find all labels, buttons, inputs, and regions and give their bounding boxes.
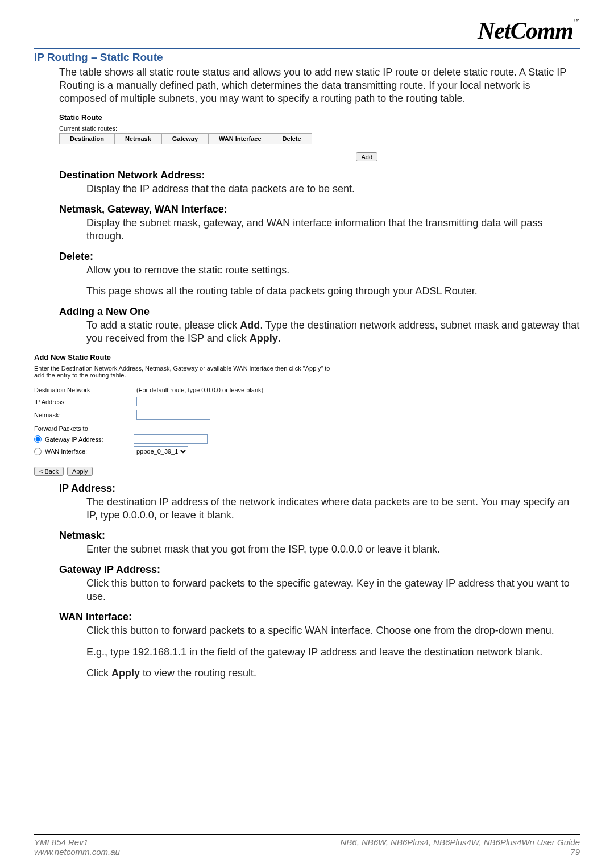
adding-text-a: To add a static route, please click xyxy=(86,319,240,331)
add-route-panel: Add New Static Route Enter the Destinati… xyxy=(34,353,580,476)
adding-add-word: Add xyxy=(240,319,260,331)
body-destination: Display the IP address that the data pac… xyxy=(86,182,580,196)
wan-interface-select[interactable]: pppoe_0_39_1 xyxy=(134,446,188,456)
adding-heading: Adding a New One xyxy=(59,306,580,318)
static-route-panel: Static Route Current static routes: Dest… xyxy=(59,113,580,161)
add-panel-title: Add New Static Route xyxy=(34,353,580,362)
footer-guide: NB6, NB6W, NB6Plus4, NB6Plus4W, NB6Plus4… xyxy=(340,837,580,847)
term-gateway-ip: Gateway IP Address: xyxy=(59,564,580,576)
footer-url: www.netcomm.com.au xyxy=(34,847,120,857)
body-netmask-etc: Display the subnet mask, gateway, and WA… xyxy=(86,217,580,243)
wan-extra2-a: Click xyxy=(86,667,111,679)
footer-left: YML854 Rev1 www.netcomm.com.au xyxy=(34,837,120,857)
header-divider xyxy=(34,48,580,49)
body-netmask: Enter the subnet mask that you got from … xyxy=(86,543,580,556)
body-gateway-ip: Click this button to forward packets to … xyxy=(86,577,580,603)
col-wan-interface: WAN Interface xyxy=(209,134,272,144)
section-title: IP Routing – Static Route xyxy=(34,51,580,64)
term-netmask-etc: Netmask, Gateway, WAN Interface: xyxy=(59,203,580,215)
panel-title: Static Route xyxy=(59,113,580,122)
routes-table: Destination Netmask Gateway WAN Interfac… xyxy=(59,133,312,144)
gateway-radio[interactable] xyxy=(34,435,42,443)
gateway-radio-label: Gateway IP Address: xyxy=(45,436,130,443)
col-netmask: Netmask xyxy=(114,134,161,144)
add-button[interactable]: Add xyxy=(356,152,377,161)
body-wan-interface: Click this button to forward packets to … xyxy=(86,624,580,637)
dest-net-hint: (For default route, type 0.0.0.0 or leav… xyxy=(136,387,263,393)
body-delete: Allow you to remove the static route set… xyxy=(86,264,580,277)
body-ip-address: The destination IP address of the networ… xyxy=(86,496,580,522)
wan-extra2-b: to view the routing result. xyxy=(140,667,256,679)
wan-radio[interactable] xyxy=(34,448,42,455)
term-ip-address: IP Address: xyxy=(59,483,580,495)
col-gateway: Gateway xyxy=(161,134,208,144)
panel-subtitle: Current static routes: xyxy=(59,125,580,132)
footer-right: NB6, NB6W, NB6Plus4, NB6Plus4W, NB6Plus4… xyxy=(340,837,580,857)
adding-apply-word: Apply xyxy=(250,333,278,344)
delete-extra: This page shows all the routing table of… xyxy=(86,285,580,298)
wan-extra2-bold: Apply xyxy=(111,667,140,679)
col-destination: Destination xyxy=(60,134,115,144)
netmask-input[interactable] xyxy=(136,410,210,420)
intro-paragraph: The table shows all static route status … xyxy=(59,66,580,105)
footer-rev: YML854 Rev1 xyxy=(34,837,120,847)
forward-label: Forward Packets to xyxy=(34,425,580,432)
netmask-label: Netmask: xyxy=(34,412,131,418)
brand-logo: NetComm™ xyxy=(34,17,580,44)
term-wan-interface: WAN Interface: xyxy=(59,611,580,623)
ip-label: IP Address: xyxy=(34,398,131,405)
adding-paragraph: To add a static route, please click Add.… xyxy=(86,319,580,345)
ip-address-input[interactable] xyxy=(136,397,210,406)
wan-radio-label: WAN Interface: xyxy=(45,448,130,455)
apply-button[interactable]: Apply xyxy=(67,467,93,476)
col-delete: Delete xyxy=(272,134,312,144)
adding-text-c: . xyxy=(278,333,281,344)
footer-page-num: 79 xyxy=(340,847,580,857)
add-panel-desc: Enter the Destination Network Address, N… xyxy=(34,365,341,379)
back-button[interactable]: < Back xyxy=(34,467,64,476)
wan-example: E.g., type 192.168.1.1 in the field of t… xyxy=(86,646,580,659)
term-delete: Delete: xyxy=(59,251,580,263)
term-netmask: Netmask: xyxy=(59,530,580,542)
wan-apply-note: Click Apply to view the routing result. xyxy=(86,667,580,680)
dest-net-label: Destination Network xyxy=(34,387,131,393)
logo-tm: ™ xyxy=(573,17,580,25)
logo-text: NetComm xyxy=(478,18,573,44)
page-footer: YML854 Rev1 www.netcomm.com.au NB6, NB6W… xyxy=(34,834,580,857)
term-destination: Destination Network Address: xyxy=(59,169,580,181)
gateway-ip-input[interactable] xyxy=(134,434,208,444)
